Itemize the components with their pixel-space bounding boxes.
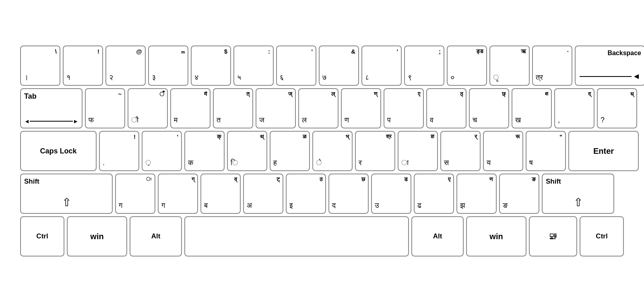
key-bracket-l[interactable]: क्ष ख — [512, 88, 552, 128]
key-period[interactable]: ण झ — [456, 174, 497, 214]
key-backtick[interactable]: \ । — [20, 46, 60, 86]
right-shift-key[interactable]: Shift ⇧ — [542, 174, 614, 214]
key-i[interactable]: ए प — [384, 88, 424, 128]
key-minus[interactable]: ऋ ृ — [489, 46, 530, 86]
left-win-key[interactable]: win — [67, 216, 127, 256]
key-k[interactable]: ज्ञ ा — [398, 131, 438, 171]
key-c[interactable]: व् ब — [200, 174, 241, 214]
left-ctrl-key[interactable]: Ctrl — [20, 216, 64, 256]
key-comma[interactable]: ए ढ — [414, 174, 454, 214]
key-y[interactable]: ल् ल — [298, 88, 339, 128]
key-t[interactable]: ज् ज — [256, 88, 296, 128]
key-z[interactable]: ः ग — [115, 174, 155, 214]
key-equal[interactable]: · त्र — [532, 46, 572, 86]
bottom-row: Ctrl win Alt Alt win 🖳 Ctrl — [20, 216, 624, 256]
left-shift-key[interactable]: Shift ⇧ — [20, 174, 113, 214]
key-e[interactable]: म̄ म — [170, 88, 211, 128]
key-slash[interactable]: ङ ङ — [499, 174, 539, 214]
tab-key[interactable]: Tab ◄ ► — [20, 88, 83, 128]
key-h[interactable]: भ् े — [312, 131, 353, 171]
key-3[interactable]: ₘ ३ — [148, 46, 188, 86]
keyboard-layout: \ । ! १ @ २ ₘ ३ $ ४ : ५ ' ६ & ७ — [12, 38, 632, 264]
key-9[interactable]: ; ९ — [404, 46, 444, 86]
key-l[interactable]: र् स — [440, 131, 481, 171]
left-alt-key[interactable]: Alt — [130, 216, 182, 256]
key-p[interactable]: छ् च — [469, 88, 509, 128]
key-m[interactable]: ड उ — [371, 174, 411, 214]
key-v[interactable]: ट् अ — [243, 174, 283, 214]
key-a[interactable]: ! . — [99, 131, 139, 171]
backspace-key[interactable]: Backspace ◄ — [575, 46, 644, 86]
key-d[interactable]: क् क — [184, 131, 225, 171]
caps-lock-key[interactable]: Caps Lock — [20, 131, 97, 171]
key-8[interactable]: ' ८ — [361, 46, 402, 86]
key-6[interactable]: ' ६ — [276, 46, 316, 86]
menu-key[interactable]: 🖳 — [529, 216, 577, 256]
key-quote[interactable]: " ष — [526, 131, 566, 171]
key-n[interactable]: छ द — [328, 174, 369, 214]
key-backslash[interactable]: ध् ? — [597, 88, 637, 128]
key-4[interactable]: $ ४ — [191, 46, 231, 86]
right-ctrl-key[interactable]: Ctrl — [580, 216, 624, 256]
key-s[interactable]: ' ़ — [142, 131, 182, 171]
key-f[interactable]: थ् ि — [227, 131, 267, 171]
space-key[interactable] — [184, 216, 409, 256]
key-b[interactable]: ठ इ — [286, 174, 326, 214]
key-0[interactable]: ड्ड ० — [447, 46, 487, 86]
key-2[interactable]: @ २ — [105, 46, 146, 86]
key-x[interactable]: ग् ग — [158, 174, 198, 214]
right-win-key[interactable]: win — [466, 216, 526, 256]
home-row: Caps Lock ! . ' ़ क् क थ् ि ळ ह भ् े श्र… — [20, 131, 624, 171]
key-r[interactable]: त् त — [213, 88, 253, 128]
key-w[interactable]: ँ ौ — [128, 88, 168, 128]
key-u[interactable]: ण् ण — [341, 88, 381, 128]
key-semicolon[interactable]: रू य — [483, 131, 523, 171]
key-1[interactable]: ! १ — [63, 46, 103, 86]
key-j[interactable]: श्र र — [355, 131, 395, 171]
number-row: \ । ! १ @ २ ₘ ३ $ ४ : ५ ' ६ & ७ — [20, 46, 624, 86]
key-5[interactable]: : ५ — [233, 46, 274, 86]
key-7[interactable]: & ७ — [319, 46, 359, 86]
key-bracket-r[interactable]: द् , — [554, 88, 594, 128]
key-g[interactable]: ळ ह — [270, 131, 310, 171]
qwerty-row: Tab ◄ ► ~ फ ँ ौ म̄ म त् त ज् — [20, 88, 624, 128]
key-q[interactable]: ~ फ — [85, 88, 125, 128]
shift-row: Shift ⇧ ः ग ग् ग व् ब ट् अ ठ इ छ द ड उ — [20, 174, 624, 214]
key-o[interactable]: ठ् व — [426, 88, 466, 128]
enter-key[interactable]: Enter — [568, 131, 639, 171]
right-alt-key[interactable]: Alt — [411, 216, 464, 256]
